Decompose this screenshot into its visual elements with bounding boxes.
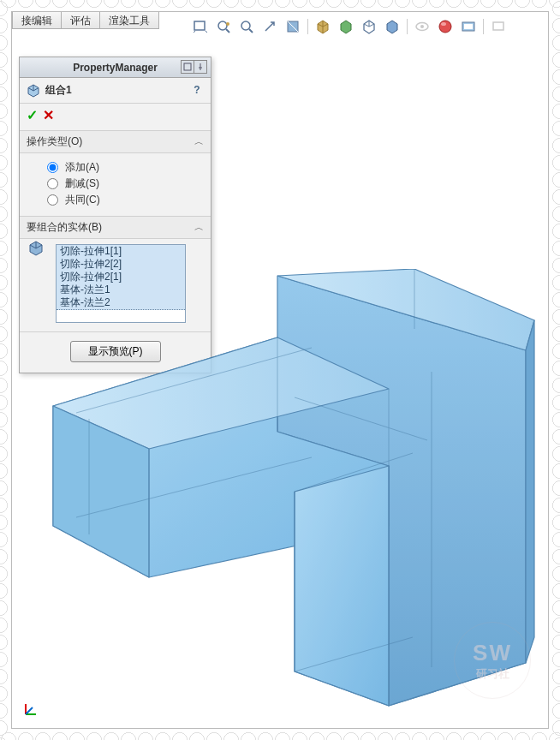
radio-add[interactable]: 添加(A) — [47, 160, 204, 175]
zoom-window-icon[interactable] — [238, 18, 255, 35]
display-style-icon[interactable] — [337, 18, 354, 35]
chevron-up-icon: ︿ — [194, 135, 204, 148]
svg-rect-12 — [184, 63, 191, 70]
list-item[interactable]: 切除-拉伸1[1] — [57, 245, 185, 258]
solid-body-icon — [28, 241, 44, 256]
scene-icon[interactable] — [384, 18, 401, 35]
svg-point-2 — [226, 22, 229, 26]
origin-triad-icon — [24, 701, 39, 716]
section-bodies-header[interactable]: 要组合的实体(B) ︿ — [20, 217, 211, 239]
section-view-icon[interactable] — [284, 18, 301, 35]
feature-cube-icon — [27, 84, 40, 98]
section-operation-header[interactable]: 操作类型(O) ︿ — [20, 131, 211, 153]
pm-pin-icon[interactable] — [194, 60, 207, 74]
svg-rect-11 — [493, 22, 503, 30]
orientation-icon[interactable] — [314, 18, 331, 35]
svg-rect-0 — [194, 21, 205, 30]
svg-rect-10 — [464, 24, 473, 29]
svg-point-7 — [439, 21, 451, 33]
section-operation-label: 操作类型(O) — [27, 134, 82, 149]
menu-tab-render-tools[interactable]: 渲染工具 — [99, 12, 159, 29]
watermark: SW 研习社 — [454, 622, 531, 699]
pm-title-label: PropertyManager — [73, 62, 158, 74]
chevron-up-icon: ︿ — [194, 221, 204, 234]
visibility-icon[interactable] — [414, 18, 431, 35]
svg-point-6 — [420, 25, 424, 28]
svg-point-1 — [218, 21, 227, 30]
appearances-icon[interactable] — [437, 18, 454, 35]
svg-point-8 — [441, 22, 446, 26]
help-icon[interactable]: ? — [190, 83, 204, 97]
prev-view-icon[interactable] — [261, 18, 278, 35]
feature-name: 组合1 — [45, 83, 72, 98]
cancel-button[interactable]: ✕ — [43, 107, 54, 123]
radio-subtract[interactable]: 删减(S) — [47, 176, 204, 191]
render-icon[interactable] — [460, 18, 477, 35]
menu-tab-direct-edit[interactable]: 接编辑 — [12, 12, 62, 29]
section-bodies-label: 要组合的实体(B) — [27, 220, 102, 235]
radio-common[interactable]: 共同(C) — [47, 193, 204, 207]
zoom-fit-icon[interactable] — [192, 18, 209, 35]
zoom-area-icon[interactable] — [215, 18, 232, 35]
pm-title-bar: PropertyManager — [20, 57, 211, 78]
cad-viewport[interactable]: 接编辑 评估 渲染工具 PropertyManager — [11, 11, 549, 729]
menu-tab-evaluate[interactable]: 评估 — [61, 12, 100, 29]
pm-tab-icon[interactable] — [181, 60, 194, 74]
hide-show-icon[interactable] — [360, 18, 378, 35]
view-toolbar — [192, 12, 548, 39]
ok-button[interactable]: ✓ — [27, 107, 38, 123]
svg-point-3 — [241, 21, 250, 30]
maximize-icon[interactable] — [490, 18, 507, 35]
